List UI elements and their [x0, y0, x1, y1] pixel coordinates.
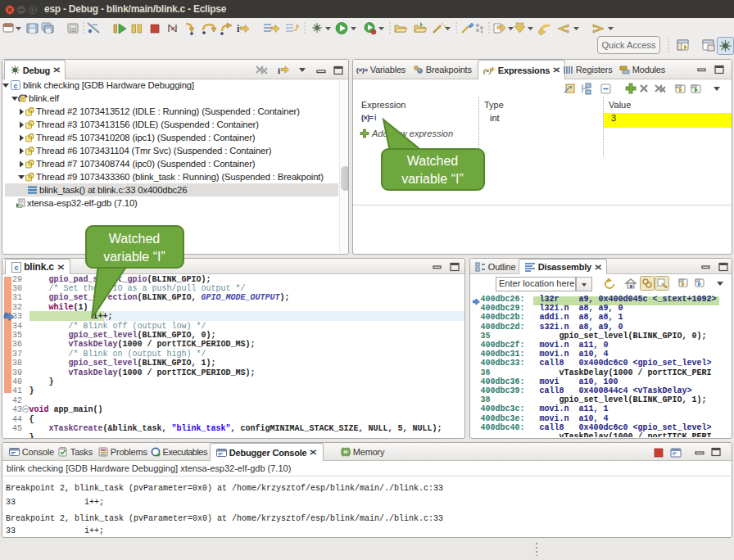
svg-text:Watched: Watched: [407, 154, 459, 168]
svg-text:i: i: [278, 65, 280, 75]
svg-text:variable “I”: variable “I”: [401, 172, 464, 186]
svg-text:c: c: [14, 82, 18, 90]
svg-text:variable “I”: variable “I”: [103, 250, 165, 264]
svg-text:010: 010: [69, 29, 76, 34]
svg-text:c: c: [15, 264, 19, 272]
svg-text:i: i: [237, 23, 240, 34]
svg-text:Watched: Watched: [109, 232, 161, 246]
svg-text:(×): (×): [483, 67, 492, 75]
svg-text:(×)=: (×)=: [356, 66, 368, 74]
